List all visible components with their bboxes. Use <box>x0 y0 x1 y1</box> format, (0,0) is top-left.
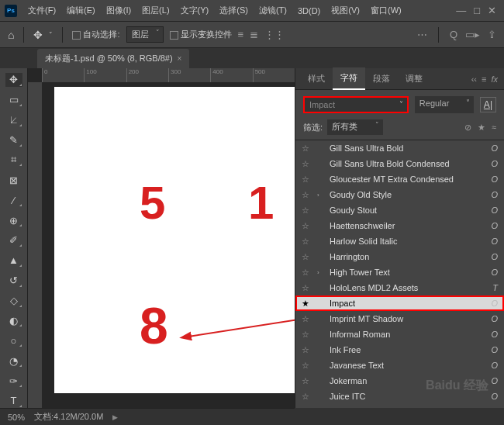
font-list-item[interactable]: ★ImpactO <box>295 295 504 311</box>
document-info[interactable]: 文档:4.12M/20.0M <box>34 411 103 423</box>
favorite-star-icon[interactable]: ☆ <box>302 174 311 185</box>
menu-file[interactable]: 文件(F) <box>23 2 60 19</box>
font-list[interactable]: ☆Gill Sans Ultra BoldO☆Gill Sans Ultra B… <box>295 140 504 408</box>
favorite-star-icon[interactable]: ☆ <box>302 159 311 169</box>
window-minimize-icon[interactable]: — <box>456 5 466 16</box>
favorite-star-icon[interactable]: ☆ <box>302 392 311 402</box>
favorite-star-icon[interactable]: ☆ <box>302 314 311 324</box>
type-tool[interactable]: T <box>5 394 22 408</box>
favorite-star-icon[interactable]: ☆ <box>302 268 311 278</box>
font-list-item[interactable]: ☆Gill Sans Ultra Bold CondensedO <box>295 156 504 171</box>
auto-select-combo[interactable]: 图层 <box>126 26 164 43</box>
favorite-star-icon[interactable]: ☆ <box>302 221 311 231</box>
tool-preset-chevron-icon[interactable]: ˅ <box>49 31 53 39</box>
font-list-item[interactable]: ☆›High Tower TextO <box>295 264 504 280</box>
favorite-star-icon[interactable]: ☆ <box>302 407 311 409</box>
quick-select-tool[interactable]: ✎ <box>5 133 22 147</box>
window-maximize-icon[interactable]: □ <box>474 5 480 16</box>
auto-select-checkbox[interactable]: 自动选择: <box>72 29 119 40</box>
tab-paragraph[interactable]: 段落 <box>365 68 398 89</box>
menu-3d[interactable]: 3D(D) <box>293 3 325 19</box>
favorite-star-icon[interactable]: ☆ <box>302 190 311 200</box>
font-list-item[interactable]: ☆Ink FreeO <box>295 342 504 358</box>
font-list-item[interactable]: ☆HoloLens MDL2 AssetsT <box>295 280 504 295</box>
aa-button[interactable]: A| <box>480 97 496 112</box>
show-transform-checkbox[interactable]: 显示变换控件 <box>170 29 232 40</box>
font-list-item[interactable]: ☆Juice ITCO <box>295 389 504 404</box>
font-list-item[interactable]: ☆JokermanO <box>295 373 504 389</box>
align-icon[interactable]: ≣ <box>250 29 258 40</box>
tab-styles[interactable]: 样式 <box>300 68 333 89</box>
tab-adjustments[interactable]: 调整 <box>398 68 430 89</box>
frame-tool[interactable]: ⊠ <box>5 173 22 187</box>
workspace-icon[interactable]: ▭▸ <box>465 29 480 40</box>
crop-tool[interactable]: ⌗ <box>5 154 22 168</box>
font-family-combo[interactable]: Impact <box>303 96 409 113</box>
pen-tool[interactable]: ✑ <box>5 374 22 388</box>
brush-tool[interactable]: ✐ <box>5 233 22 247</box>
close-tab-icon[interactable]: × <box>178 54 182 63</box>
canvas-text-5[interactable]: 5 <box>140 176 165 230</box>
document-tab[interactable]: 未标题-1.psd @ 50% (8, RGB/8#) × <box>37 49 189 68</box>
canvas-text-1[interactable]: 1 <box>248 176 274 230</box>
menu-filter[interactable]: 滤镜(T) <box>254 2 292 19</box>
font-list-item[interactable]: ☆Informal RomanO <box>295 327 504 342</box>
distribute-icon[interactable]: ⋮⋮ <box>264 29 285 40</box>
similar-filter-icon[interactable]: ≈ <box>492 123 496 133</box>
font-list-item[interactable]: ☆Imprint MT ShadowO <box>295 311 504 327</box>
favorite-star-icon[interactable]: ☆ <box>302 376 311 386</box>
panel-fx-icon[interactable]: fx <box>491 74 498 84</box>
panel-menu-icon[interactable]: ≡ <box>482 74 486 84</box>
stamp-tool[interactable]: ▲ <box>5 254 22 268</box>
font-list-item[interactable]: ☆HaettenschweilerO <box>295 218 504 233</box>
dodge-tool[interactable]: ◔ <box>5 354 22 368</box>
menu-window[interactable]: 窗口(W) <box>366 2 406 19</box>
canvas-text-8[interactable]: 8 <box>140 296 168 355</box>
font-list-item[interactable]: ☆HarringtonO <box>295 249 504 264</box>
favorite-star-icon[interactable]: ☆ <box>302 361 311 371</box>
favorite-star-icon[interactable]: ☆ <box>302 206 311 216</box>
font-list-item[interactable]: ☆Javanese TextO <box>295 358 504 373</box>
favorite-star-icon[interactable]: ☆ <box>302 237 311 247</box>
expand-chevron-icon[interactable]: › <box>317 192 323 199</box>
font-list-item[interactable]: ☆Kristen ITCO <box>295 404 504 408</box>
favorite-star-icon[interactable]: ☆ <box>302 330 311 340</box>
heal-tool[interactable]: ⊕ <box>5 213 22 227</box>
expand-chevron-icon[interactable]: › <box>317 269 323 276</box>
move-tool[interactable]: ✥ <box>5 73 22 87</box>
align-icon[interactable]: ≡ <box>238 29 244 40</box>
favorite-star-icon[interactable]: ☆ <box>302 345 311 355</box>
menu-edit[interactable]: 编辑(E) <box>62 2 100 19</box>
gradient-tool[interactable]: ◐ <box>5 314 22 328</box>
eyedropper-tool[interactable]: ⁄ <box>5 193 22 207</box>
menu-layer[interactable]: 图层(L) <box>137 2 174 19</box>
menu-type[interactable]: 文字(Y) <box>176 2 214 19</box>
panel-collapse-icon[interactable]: ‹‹ <box>471 74 477 84</box>
share-icon[interactable]: ⇪ <box>488 29 496 40</box>
3d-mode-icon[interactable]: ⋯ <box>417 29 427 40</box>
menu-view[interactable]: 视图(V) <box>326 2 364 19</box>
favorite-star-icon[interactable]: ★ <box>302 299 311 309</box>
menu-image[interactable]: 图像(I) <box>102 2 136 19</box>
font-list-item[interactable]: ☆Goudy StoutO <box>295 202 504 218</box>
favorite-star-icon[interactable]: ☆ <box>302 283 311 293</box>
menu-select[interactable]: 选择(S) <box>215 2 253 19</box>
typekit-filter-icon[interactable]: ⊘ <box>464 123 471 133</box>
font-list-item[interactable]: ☆Harlow Solid ItalicO <box>295 233 504 249</box>
window-close-icon[interactable]: ✕ <box>488 5 496 16</box>
search-icon[interactable]: Q <box>450 29 457 40</box>
font-list-item[interactable]: ☆Gloucester MT Extra CondensedO <box>295 171 504 187</box>
marquee-tool[interactable]: ▭ <box>5 93 22 107</box>
font-list-item[interactable]: ☆Gill Sans Ultra BoldO <box>295 140 504 156</box>
favorite-star-icon[interactable]: ☆ <box>302 143 311 154</box>
history-brush-tool[interactable]: ↺ <box>5 274 22 288</box>
filter-combo[interactable]: 所有类 <box>327 119 383 135</box>
font-list-item[interactable]: ☆›Goudy Old StyleO <box>295 187 504 202</box>
blur-tool[interactable]: ○ <box>5 333 22 347</box>
favorite-filter-icon[interactable]: ★ <box>478 123 485 133</box>
zoom-level[interactable]: 50% <box>8 413 25 422</box>
tab-character[interactable]: 字符 <box>333 67 365 90</box>
lasso-tool[interactable]: ⟀ <box>5 113 22 127</box>
statusbar-menu-icon[interactable]: ▶ <box>112 413 118 421</box>
favorite-star-icon[interactable]: ☆ <box>302 252 311 262</box>
